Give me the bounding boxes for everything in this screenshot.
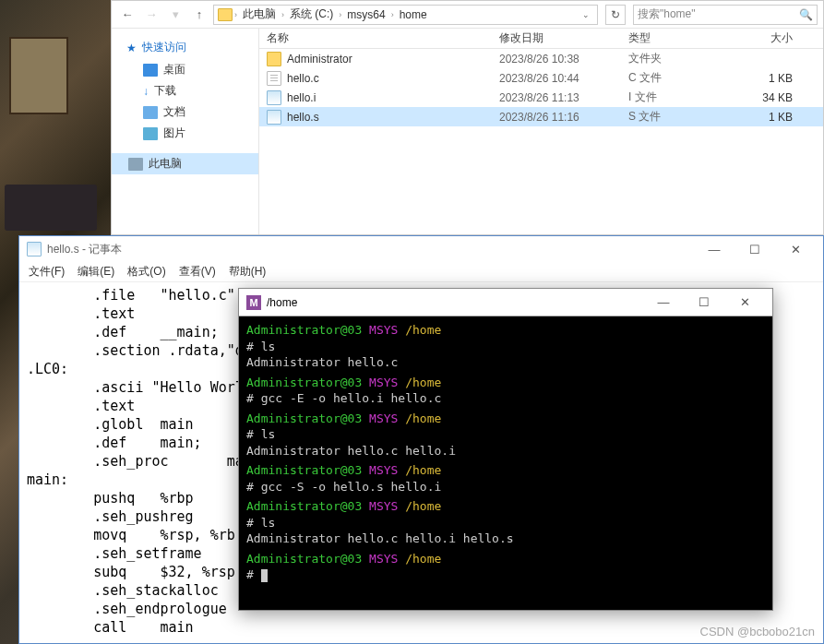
sidebar-item-downloads[interactable]: ↓下载 (112, 80, 258, 101)
file-explorer-window: ← → ▾ ↑ › 此电脑 › 系统 (C:) › msys64 › home … (111, 0, 824, 235)
folder-icon (218, 8, 233, 21)
file-icon (267, 90, 281, 105)
search-icon: 🔍 (799, 8, 813, 21)
nav-recent-button[interactable]: ▾ (165, 5, 185, 25)
menu-edit[interactable]: 编辑(E) (72, 262, 120, 281)
close-button[interactable]: ✕ (724, 289, 765, 316)
table-row[interactable]: hello.i2023/8/26 11:13I 文件34 KB (259, 88, 823, 107)
menu-help[interactable]: 帮助(H) (223, 262, 272, 281)
notepad-menubar: 文件(F) 编辑(E) 格式(O) 查看(V) 帮助(H) (19, 262, 823, 282)
minimize-button[interactable]: — (694, 236, 734, 262)
msys-icon: M (246, 295, 261, 310)
column-date-header[interactable]: 修改日期 (499, 30, 628, 46)
file-icon (267, 110, 281, 125)
explorer-toolbar: ← → ▾ ↑ › 此电脑 › 系统 (C:) › msys64 › home … (112, 1, 823, 29)
sidebar-quickaccess[interactable]: ★快速访问 (112, 36, 258, 59)
file-type: I 文件 (628, 89, 739, 105)
picture-icon (143, 127, 158, 140)
sidebar-item-desktop[interactable]: 桌面 (112, 59, 258, 80)
document-icon (143, 106, 158, 119)
file-list: 名称 修改日期 类型 大小 Administrator2023/8/26 10:… (259, 29, 823, 234)
menu-format[interactable]: 格式(O) (122, 262, 171, 281)
file-type: 文件夹 (628, 51, 739, 66)
desktop-icon (143, 64, 158, 77)
chevron-right-icon: › (391, 10, 394, 19)
star-icon: ★ (126, 42, 137, 54)
terminal-title: /home (267, 296, 297, 309)
nav-up-button[interactable]: ↑ (189, 5, 209, 25)
file-size: 1 KB (739, 72, 804, 85)
address-bar[interactable]: › 此电脑 › 系统 (C:) › msys64 › home ⌄ (213, 5, 598, 25)
chevron-right-icon: › (234, 10, 237, 19)
file-size: 1 KB (739, 111, 804, 124)
download-icon: ↓ (143, 85, 149, 98)
file-icon (267, 52, 281, 66)
table-row[interactable]: Administrator2023/8/26 10:38文件夹 (259, 49, 823, 68)
menu-view[interactable]: 查看(V) (173, 262, 221, 281)
pc-icon (128, 158, 143, 171)
table-row[interactable]: hello.c2023/8/26 10:44C 文件1 KB (259, 68, 823, 88)
address-dropdown-icon[interactable]: ⌄ (579, 10, 593, 19)
terminal-titlebar[interactable]: M /home — ☐ ✕ (239, 289, 772, 316)
file-name: hello.i (287, 91, 316, 104)
file-name: Administrator (287, 53, 352, 66)
file-name: hello.c (287, 72, 319, 85)
breadcrumb[interactable]: 此电脑 (239, 6, 280, 22)
file-date: 2023/8/26 11:16 (499, 111, 628, 124)
chevron-right-icon: › (281, 10, 284, 19)
sidebar-item-pictures[interactable]: 图片 (112, 123, 258, 144)
breadcrumb[interactable]: 系统 (C:) (286, 6, 337, 22)
column-type-header[interactable]: 类型 (628, 30, 739, 46)
notepad-titlebar[interactable]: hello.s - 记事本 — ☐ ✕ (19, 236, 823, 262)
file-date: 2023/8/26 10:38 (499, 53, 628, 66)
refresh-button[interactable]: ↻ (605, 5, 626, 25)
file-icon (267, 71, 281, 86)
column-size-header[interactable]: 大小 (739, 30, 804, 46)
table-row[interactable]: hello.s2023/8/26 11:16S 文件1 KB (259, 107, 823, 126)
maximize-button[interactable]: ☐ (684, 289, 724, 316)
file-list-header: 名称 修改日期 类型 大小 (259, 29, 823, 49)
close-button[interactable]: ✕ (775, 236, 816, 262)
terminal-window: M /home — ☐ ✕ Administrator@03 MSYS /hom… (238, 288, 773, 611)
sidebar-item-documents[interactable]: 文档 (112, 101, 258, 123)
minimize-button[interactable]: — (643, 289, 684, 316)
explorer-sidebar: ★快速访问 桌面 ↓下载 文档 图片 此电脑 (112, 29, 259, 234)
nav-back-button[interactable]: ← (117, 5, 137, 25)
search-placeholder: 搜索"home" (638, 6, 696, 22)
breadcrumb[interactable]: msys64 (343, 8, 388, 21)
chevron-right-icon: › (339, 10, 341, 19)
file-date: 2023/8/26 11:13 (499, 91, 628, 104)
notepad-icon (27, 242, 42, 256)
column-name-header[interactable]: 名称 (259, 30, 499, 46)
file-name: hello.s (287, 111, 319, 124)
file-date: 2023/8/26 10:44 (499, 72, 628, 85)
search-input[interactable]: 搜索"home" 🔍 (633, 5, 818, 25)
watermark: CSDN @bcbobo21cn (700, 625, 815, 638)
sidebar-item-thispc[interactable]: 此电脑 (112, 153, 258, 174)
notepad-title: hello.s - 记事本 (47, 242, 122, 257)
maximize-button[interactable]: ☐ (734, 236, 775, 262)
breadcrumb[interactable]: home (396, 8, 431, 21)
terminal-content[interactable]: Administrator@03 MSYS /home# lsAdministr… (239, 316, 772, 589)
file-type: C 文件 (628, 70, 739, 86)
file-size: 34 KB (739, 91, 804, 104)
menu-file[interactable]: 文件(F) (23, 262, 70, 281)
file-type: S 文件 (628, 109, 739, 125)
nav-forward-button[interactable]: → (141, 5, 161, 25)
